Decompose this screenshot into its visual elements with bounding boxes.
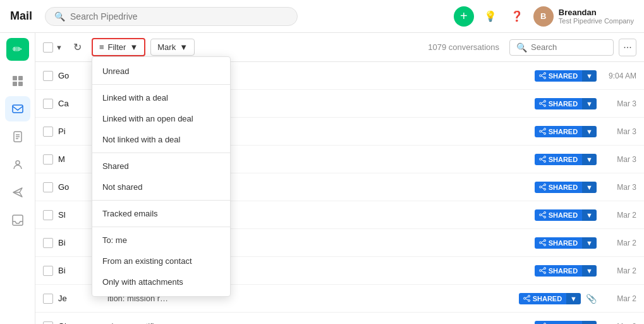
svg-rect-0 <box>13 76 17 80</box>
sidebar-item-send[interactable] <box>5 180 30 205</box>
svg-line-56 <box>525 299 528 300</box>
svg-point-43 <box>539 242 541 244</box>
filter-option-existing-contact[interactable]: From an existing contact <box>92 251 230 271</box>
filter-option-shared[interactable]: Shared <box>92 156 230 177</box>
email-checkbox[interactable] <box>43 127 53 137</box>
user-avatar-area[interactable]: B Breandan Test Pipedrive Company <box>533 6 634 27</box>
shared-badge-dropdown[interactable]: ▼ <box>566 293 581 304</box>
shared-badge-dropdown[interactable]: ▼ <box>582 321 597 325</box>
nav-actions: + 💡 ❓ B Breandan Test Pipedrive Company <box>454 6 634 27</box>
sidebar-item-documents[interactable] <box>5 124 30 149</box>
select-all-area: ▼ <box>43 42 64 53</box>
filter-dropdown: Unread Linked with a deal Linked with an… <box>92 56 231 297</box>
shared-badge: SHARED <box>535 182 582 193</box>
sidebar-item-dashboard[interactable] <box>5 68 30 94</box>
top-nav: Mail 🔍 + 💡 ❓ B Breandan Test Pipedrive C… <box>0 0 644 33</box>
shared-badge: SHARED <box>535 70 582 82</box>
select-all-checkbox[interactable] <box>43 42 53 53</box>
sidebar-item-contacts[interactable] <box>5 152 30 177</box>
filter-icon: ≡ <box>99 42 104 52</box>
email-time: Mar 2 <box>602 239 636 247</box>
add-button[interactable]: + <box>454 6 474 27</box>
filter-option-not-linked-deal[interactable]: Not linked with a deal <box>92 129 230 150</box>
svg-point-18 <box>539 103 541 104</box>
global-search-bar[interactable]: 🔍 <box>45 7 298 26</box>
shared-badge-container: SHARED ▼ <box>535 70 597 82</box>
content-area: ▼ ↻ ≡ Filter ▼ Unread Linked with a deal… <box>35 33 644 324</box>
shared-badge-dropdown[interactable]: ▼ <box>582 154 597 165</box>
shared-badge-dropdown[interactable]: ▼ <box>582 209 597 221</box>
filter-button[interactable]: ≡ Filter ▼ <box>92 38 145 56</box>
shared-badge-container: SHARED ▼ <box>535 237 597 249</box>
refresh-button[interactable]: ↻ <box>69 39 87 56</box>
svg-line-21 <box>541 104 544 105</box>
toolbar-search-input[interactable] <box>531 42 607 52</box>
more-options-button[interactable]: ··· <box>619 39 636 56</box>
shared-badge-container: SHARED ▼ <box>535 182 597 193</box>
svg-point-32 <box>544 184 545 186</box>
global-search-input[interactable] <box>70 11 288 22</box>
shared-badge-container: SHARED ▼ <box>535 126 597 137</box>
compose-button[interactable]: ✏ <box>6 38 29 61</box>
toolbar-search[interactable]: 🔍 <box>509 39 614 56</box>
divider-3 <box>92 200 230 201</box>
svg-line-31 <box>541 159 544 161</box>
svg-point-19 <box>544 105 545 107</box>
email-time: Mar 2 <box>602 322 636 325</box>
svg-point-14 <box>544 77 545 79</box>
filter-option-unread[interactable]: Unread <box>92 61 230 82</box>
toolbar-search-icon: 🔍 <box>516 42 527 53</box>
help-button[interactable]: ❓ <box>507 6 527 27</box>
select-all-chevron[interactable]: ▼ <box>54 42 64 53</box>
email-checkbox[interactable] <box>43 210 53 220</box>
svg-point-12 <box>544 73 545 75</box>
svg-line-55 <box>525 297 528 298</box>
email-checkbox[interactable] <box>43 238 53 248</box>
svg-point-9 <box>16 161 20 165</box>
email-checkbox[interactable] <box>43 99 53 109</box>
shared-badge-dropdown[interactable]: ▼ <box>582 182 597 193</box>
divider-1 <box>92 84 230 85</box>
lightbulb-button[interactable]: 💡 <box>480 6 501 27</box>
email-checkbox[interactable] <box>43 294 53 304</box>
mark-button[interactable]: Mark ▼ <box>150 39 195 56</box>
email-checkbox[interactable] <box>43 154 53 165</box>
svg-rect-3 <box>18 82 23 86</box>
svg-point-28 <box>539 158 541 160</box>
shared-badge: SHARED <box>535 209 582 221</box>
shared-badge-dropdown[interactable]: ▼ <box>582 98 597 109</box>
svg-rect-1 <box>18 76 23 80</box>
filter-label: Filter <box>107 42 126 52</box>
email-subject: sign-on notifica… <box>107 321 530 324</box>
svg-point-17 <box>544 101 545 103</box>
filter-option-linked-deal[interactable]: Linked with a deal <box>92 87 230 108</box>
email-checkbox[interactable] <box>43 182 53 192</box>
email-time: Mar 2 <box>602 266 636 275</box>
svg-point-37 <box>544 212 545 214</box>
svg-line-15 <box>541 74 544 75</box>
filter-chevron-icon: ▼ <box>130 42 138 52</box>
shared-badge-dropdown[interactable]: ▼ <box>582 126 597 137</box>
svg-line-16 <box>541 76 544 77</box>
email-checkbox[interactable] <box>43 321 53 325</box>
svg-point-49 <box>544 272 545 274</box>
email-time: Mar 2 <box>602 294 636 303</box>
sidebar-item-inbox[interactable] <box>5 208 30 233</box>
filter-option-attachments[interactable]: Only with attachments <box>92 271 230 292</box>
sidebar-item-mail[interactable] <box>5 96 30 122</box>
filter-option-not-shared[interactable]: Not shared <box>92 177 230 197</box>
filter-option-linked-open-deal[interactable]: Linked with an open deal <box>92 108 230 129</box>
shared-badge-dropdown[interactable]: ▼ <box>582 237 597 249</box>
svg-point-44 <box>544 244 545 246</box>
shared-badge: SHARED <box>519 293 566 304</box>
shared-badge-dropdown[interactable]: ▼ <box>582 70 597 82</box>
filter-option-tracked[interactable]: Tracked emails <box>92 203 230 224</box>
sidebar: ✏ <box>0 33 35 324</box>
email-checkbox[interactable] <box>43 266 53 276</box>
shared-badge-container: SHARED ▼ <box>535 98 597 109</box>
email-row[interactable]: Ol sign-on notifica… SHARED ▼ Mar 2 <box>35 313 644 324</box>
filter-option-to-me[interactable]: To: me <box>92 230 230 251</box>
shared-badge-dropdown[interactable]: ▼ <box>582 265 597 277</box>
svg-point-53 <box>523 297 525 299</box>
email-checkbox[interactable] <box>43 71 53 81</box>
